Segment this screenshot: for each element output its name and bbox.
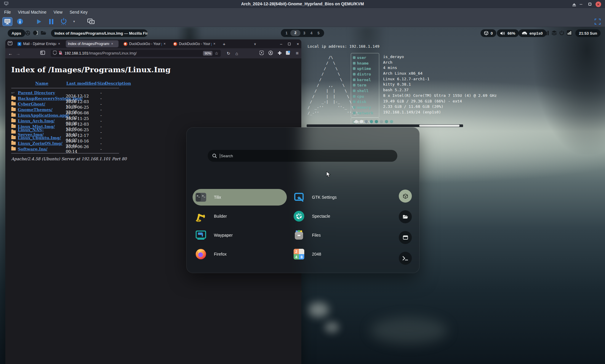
sidebar-toggle-icon[interactable] [40,51,45,56]
view-windows-button[interactable] [399,231,412,244]
hamburger-menu-icon[interactable]: ≡ [293,51,301,56]
zoom-level-badge[interactable]: 90% [203,51,212,56]
distro-row: distro [353,71,377,77]
app-item-spectacle[interactable]: Spectacle [293,208,330,225]
firefox-maximize-button[interactable] [288,43,291,45]
menu-view[interactable]: View [50,8,66,16]
tab-close-icon[interactable]: × [164,42,166,46]
disk-row: disk [353,99,377,105]
insecure-lock-icon[interactable] [59,51,63,56]
view-terminal-button[interactable] [399,252,412,265]
pause-icon [49,19,53,24]
tab-close-icon[interactable]: × [58,42,60,46]
app-item-firefox[interactable]: Firefox [195,246,227,262]
console-view-button[interactable] [2,17,12,26]
firefox-icon [195,248,207,260]
menu-file[interactable]: File [0,8,15,16]
workspace-2-active[interactable]: 2 [290,30,300,36]
tab-duckduckgo-2[interactable]: DuckDuckGo - Your prote × [171,40,217,47]
moon-icon[interactable] [32,30,39,36]
back-button[interactable]: ← [7,51,14,56]
view-files-button[interactable] [399,210,412,223]
reload-button[interactable]: ↻ [225,51,232,56]
app-item-gtk-settings[interactable]: GTK Settings [293,189,337,206]
app-item-2048[interactable]: 248 2048 [293,246,321,262]
vm-details-button[interactable] [15,17,25,26]
account-icon[interactable] [268,51,273,56]
launcher-search[interactable] [208,150,397,162]
terminal-prompt-partial [307,124,463,127]
apps-button[interactable]: Apps [8,29,25,37]
app-item-files[interactable]: Files [293,227,321,243]
tab-duckduckgo-1[interactable]: DuckDuckGo - Your prote × [121,40,168,47]
focused-window-title[interactable]: Index of /Images/Programs/Linux.Img — Mo… [51,29,148,37]
user-icon [353,56,356,59]
guest-display[interactable]: Local ip address: 192.168.1.149 /\ / \ /… [0,27,605,364]
hname-row: hname [353,60,377,66]
qemu-window: Arch_2024-12-28(64bit)-Gnome_Hyprland_Bi… [0,0,605,364]
gtk-settings-icon [293,191,305,203]
tab-close-icon[interactable]: × [111,42,113,46]
resources-chart-icon[interactable] [543,30,550,36]
list-tabs-button[interactable]: ∨ [254,42,256,46]
fullscreen-button[interactable] [593,17,602,26]
shutdown-button[interactable] [59,17,69,26]
listing-row: CyberGhost/ 2024-12-03 15:36 - [11,101,301,107]
volume-pill[interactable]: 66% [497,29,519,37]
menu-send-key[interactable]: Send Key [66,8,91,16]
bookmark-star-icon[interactable]: ☆ [215,51,218,56]
sort-by-modified[interactable]: Last modified [66,81,97,86]
sort-by-name[interactable]: Name [35,81,48,86]
shutdown-menu-button[interactable]: ▾ [71,17,77,26]
svg-text:8: 8 [300,255,302,259]
workspace-1[interactable]: 1 [283,31,290,35]
view-apps-button[interactable] [399,190,412,203]
network-pill[interactable]: enp1s0 [518,29,546,37]
new-tab-button[interactable]: + [223,41,225,46]
permissions-shield-icon[interactable] [53,51,57,56]
openai-icon[interactable] [24,30,31,36]
duckduckgo-favicon [173,42,177,46]
urlbar[interactable]: 192.168.1.101/Images/Programs/Linux.Img/… [51,50,221,57]
snapshots-button[interactable] [86,17,96,26]
app-item-waypaper[interactable]: Waypaper [195,227,233,243]
speaker-icon [500,31,505,35]
notifications-pill[interactable]: 0 [481,29,496,37]
disk-icon [353,100,356,103]
search-input[interactable] [221,154,375,158]
shell-row: shell [353,88,377,94]
menu-virtual-machine[interactable]: Virtual Machine [15,8,50,16]
app-item-builder[interactable]: Builder [195,208,227,225]
firefox-close-button[interactable]: × [297,42,299,46]
extension-icon[interactable] [277,51,282,56]
layers-icon[interactable] [551,30,557,36]
minimize-button[interactable]: – [578,1,584,7]
firefox-minimize-button[interactable]: – [280,42,282,46]
app-logo-icon[interactable] [566,30,573,36]
folder-icon [11,102,16,105]
pause-button[interactable] [46,17,56,26]
close-button[interactable]: × [595,1,601,7]
tab-close-icon[interactable]: × [213,42,215,46]
tab-mail[interactable]: o Mail - Djalmar Enrique R × [15,40,62,47]
power-menu-icon[interactable] [558,30,565,36]
extension-badge-icon[interactable] [286,51,290,56]
run-button[interactable] [34,17,44,26]
forward-button[interactable]: → [14,51,22,56]
file-manager-icon[interactable] [40,30,47,36]
pocket-shield-icon[interactable] [260,51,264,56]
workspace-3[interactable]: 3 [301,31,308,35]
app-item-tilix[interactable]: >_>_ Tilix [195,189,221,206]
home-button[interactable]: ⌂ [233,51,241,56]
cube-icon [484,31,488,35]
firefox-view-icon[interactable] [8,41,12,46]
tab-index-of-images[interactable]: Index of /Images/Programs/ × [66,40,119,47]
eject-button[interactable] [571,1,577,7]
clock-pill[interactable]: 21:53 Sun [575,29,601,37]
workspace-4[interactable]: 4 [308,31,315,35]
maximize-button[interactable] [587,1,593,7]
workspace-5[interactable]: 5 [315,31,322,35]
sort-by-description[interactable]: Description [105,81,131,86]
wallpaper-shape [533,27,605,154]
workspace-switcher[interactable]: 1 2 3 4 5 [281,29,324,37]
